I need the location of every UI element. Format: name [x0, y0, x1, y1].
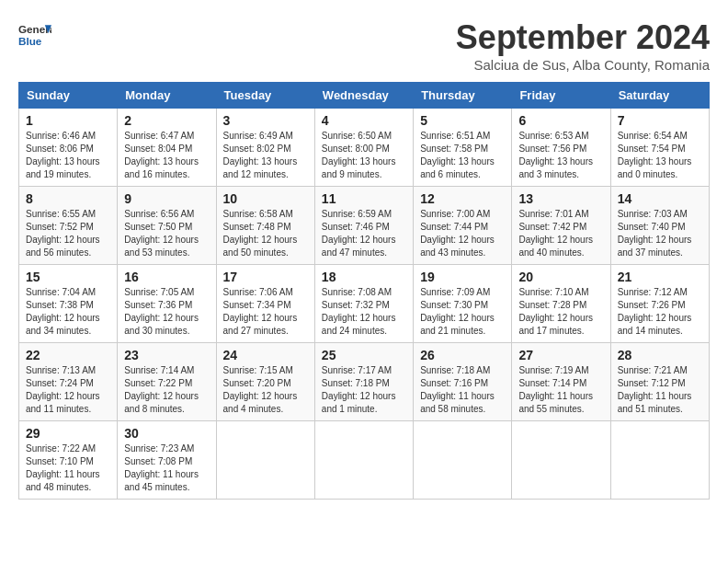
calendar-cell: 17Sunrise: 7:06 AM Sunset: 7:34 PM Dayli…	[216, 265, 314, 343]
day-info: Sunrise: 7:14 AM Sunset: 7:22 PM Dayligh…	[124, 364, 209, 416]
day-info: Sunrise: 7:00 AM Sunset: 7:44 PM Dayligh…	[420, 208, 505, 259]
calendar-cell: 9Sunrise: 6:56 AM Sunset: 7:50 PM Daylig…	[118, 187, 216, 265]
calendar-cell: 25Sunrise: 7:17 AM Sunset: 7:18 PM Dayli…	[314, 343, 413, 421]
weekday-header-thursday: Thursday	[414, 83, 512, 109]
calendar-cell: 7Sunrise: 6:54 AM Sunset: 7:54 PM Daylig…	[610, 109, 709, 187]
calendar-cell	[610, 421, 709, 500]
day-number: 25	[322, 348, 406, 362]
calendar-cell: 19Sunrise: 7:09 AM Sunset: 7:30 PM Dayli…	[414, 265, 512, 343]
day-number: 16	[124, 270, 209, 284]
calendar-cell: 5Sunrise: 6:51 AM Sunset: 7:58 PM Daylig…	[414, 109, 512, 187]
weekday-header-row: SundayMondayTuesdayWednesdayThursdayFrid…	[19, 83, 710, 109]
calendar-cell: 8Sunrise: 6:55 AM Sunset: 7:52 PM Daylig…	[19, 187, 118, 265]
day-number: 30	[124, 426, 209, 441]
day-info: Sunrise: 6:51 AM Sunset: 7:58 PM Dayligh…	[420, 130, 505, 181]
week-row-2: 8Sunrise: 6:55 AM Sunset: 7:52 PM Daylig…	[19, 187, 710, 265]
logo-icon: General Blue	[18, 18, 51, 52]
day-info: Sunrise: 7:17 AM Sunset: 7:18 PM Dayligh…	[322, 364, 406, 416]
calendar-cell	[414, 421, 512, 500]
calendar-cell	[512, 421, 610, 500]
day-number: 21	[618, 270, 702, 284]
week-row-5: 29Sunrise: 7:22 AM Sunset: 7:10 PM Dayli…	[19, 421, 710, 500]
calendar-cell: 27Sunrise: 7:19 AM Sunset: 7:14 PM Dayli…	[512, 343, 610, 421]
calendar-cell: 16Sunrise: 7:05 AM Sunset: 7:36 PM Dayli…	[118, 265, 216, 343]
day-info: Sunrise: 7:22 AM Sunset: 7:10 PM Dayligh…	[26, 442, 110, 494]
day-number: 7	[618, 113, 702, 128]
week-row-1: 1Sunrise: 6:46 AM Sunset: 8:06 PM Daylig…	[19, 109, 710, 187]
day-number: 8	[26, 191, 110, 206]
weekday-header-tuesday: Tuesday	[216, 83, 314, 109]
weekday-header-saturday: Saturday	[610, 83, 709, 109]
day-number: 13	[518, 191, 603, 206]
day-info: Sunrise: 6:47 AM Sunset: 8:04 PM Dayligh…	[124, 130, 209, 181]
calendar-cell	[216, 421, 314, 500]
day-info: Sunrise: 7:06 AM Sunset: 7:34 PM Dayligh…	[223, 286, 308, 338]
calendar-cell: 28Sunrise: 7:21 AM Sunset: 7:12 PM Dayli…	[610, 343, 709, 421]
day-info: Sunrise: 6:59 AM Sunset: 7:46 PM Dayligh…	[322, 208, 406, 259]
weekday-header-wednesday: Wednesday	[314, 83, 413, 109]
calendar-cell: 24Sunrise: 7:15 AM Sunset: 7:20 PM Dayli…	[216, 343, 314, 421]
day-info: Sunrise: 7:23 AM Sunset: 7:08 PM Dayligh…	[124, 442, 209, 494]
calendar: SundayMondayTuesdayWednesdayThursdayFrid…	[18, 82, 710, 500]
day-number: 15	[26, 270, 110, 284]
calendar-cell: 3Sunrise: 6:49 AM Sunset: 8:02 PM Daylig…	[216, 109, 314, 187]
day-number: 24	[223, 348, 308, 362]
calendar-cell: 30Sunrise: 7:23 AM Sunset: 7:08 PM Dayli…	[118, 421, 216, 500]
calendar-cell: 29Sunrise: 7:22 AM Sunset: 7:10 PM Dayli…	[19, 421, 118, 500]
day-number: 4	[322, 113, 406, 128]
day-info: Sunrise: 7:04 AM Sunset: 7:38 PM Dayligh…	[26, 286, 110, 338]
day-info: Sunrise: 7:18 AM Sunset: 7:16 PM Dayligh…	[420, 364, 505, 416]
day-number: 2	[124, 113, 209, 128]
day-info: Sunrise: 6:50 AM Sunset: 8:00 PM Dayligh…	[322, 130, 406, 181]
day-info: Sunrise: 7:12 AM Sunset: 7:26 PM Dayligh…	[618, 286, 702, 338]
week-row-4: 22Sunrise: 7:13 AM Sunset: 7:24 PM Dayli…	[19, 343, 710, 421]
calendar-cell: 12Sunrise: 7:00 AM Sunset: 7:44 PM Dayli…	[414, 187, 512, 265]
weekday-header-friday: Friday	[512, 83, 610, 109]
day-number: 19	[420, 270, 505, 284]
month-title: September 2024	[456, 18, 710, 57]
calendar-cell: 6Sunrise: 6:53 AM Sunset: 7:56 PM Daylig…	[512, 109, 610, 187]
day-info: Sunrise: 7:19 AM Sunset: 7:14 PM Dayligh…	[518, 364, 603, 416]
calendar-cell: 21Sunrise: 7:12 AM Sunset: 7:26 PM Dayli…	[610, 265, 709, 343]
calendar-cell: 20Sunrise: 7:10 AM Sunset: 7:28 PM Dayli…	[512, 265, 610, 343]
day-number: 27	[518, 348, 603, 362]
day-number: 28	[618, 348, 702, 362]
calendar-cell: 4Sunrise: 6:50 AM Sunset: 8:00 PM Daylig…	[314, 109, 413, 187]
logo: General Blue	[18, 18, 51, 52]
title-block: September 2024 Salciua de Sus, Alba Coun…	[456, 18, 710, 73]
day-number: 5	[420, 113, 505, 128]
calendar-cell: 26Sunrise: 7:18 AM Sunset: 7:16 PM Dayli…	[414, 343, 512, 421]
day-number: 23	[124, 348, 209, 362]
calendar-cell: 13Sunrise: 7:01 AM Sunset: 7:42 PM Dayli…	[512, 187, 610, 265]
day-info: Sunrise: 7:15 AM Sunset: 7:20 PM Dayligh…	[223, 364, 308, 416]
day-number: 18	[322, 270, 406, 284]
day-info: Sunrise: 7:08 AM Sunset: 7:32 PM Dayligh…	[322, 286, 406, 338]
day-number: 6	[518, 113, 603, 128]
calendar-cell: 15Sunrise: 7:04 AM Sunset: 7:38 PM Dayli…	[19, 265, 118, 343]
day-number: 29	[26, 426, 110, 441]
calendar-cell: 18Sunrise: 7:08 AM Sunset: 7:32 PM Dayli…	[314, 265, 413, 343]
day-number: 14	[618, 191, 702, 206]
calendar-cell: 11Sunrise: 6:59 AM Sunset: 7:46 PM Dayli…	[314, 187, 413, 265]
day-info: Sunrise: 6:56 AM Sunset: 7:50 PM Dayligh…	[124, 208, 209, 259]
day-info: Sunrise: 7:05 AM Sunset: 7:36 PM Dayligh…	[124, 286, 209, 338]
day-info: Sunrise: 7:01 AM Sunset: 7:42 PM Dayligh…	[518, 208, 603, 259]
calendar-cell: 1Sunrise: 6:46 AM Sunset: 8:06 PM Daylig…	[19, 109, 118, 187]
calendar-cell: 22Sunrise: 7:13 AM Sunset: 7:24 PM Dayli…	[19, 343, 118, 421]
day-info: Sunrise: 7:21 AM Sunset: 7:12 PM Dayligh…	[618, 364, 702, 416]
day-number: 3	[223, 113, 308, 128]
calendar-cell: 10Sunrise: 6:58 AM Sunset: 7:48 PM Dayli…	[216, 187, 314, 265]
day-info: Sunrise: 6:53 AM Sunset: 7:56 PM Dayligh…	[518, 130, 603, 181]
day-info: Sunrise: 6:49 AM Sunset: 8:02 PM Dayligh…	[223, 130, 308, 181]
weekday-header-sunday: Sunday	[19, 83, 118, 109]
day-number: 20	[518, 270, 603, 284]
day-info: Sunrise: 6:55 AM Sunset: 7:52 PM Dayligh…	[26, 208, 110, 259]
weekday-header-monday: Monday	[118, 83, 216, 109]
day-number: 22	[26, 348, 110, 362]
svg-text:Blue: Blue	[18, 35, 42, 47]
day-number: 11	[322, 191, 406, 206]
day-info: Sunrise: 6:54 AM Sunset: 7:54 PM Dayligh…	[618, 130, 702, 181]
day-number: 26	[420, 348, 505, 362]
day-number: 17	[223, 270, 308, 284]
day-number: 12	[420, 191, 505, 206]
